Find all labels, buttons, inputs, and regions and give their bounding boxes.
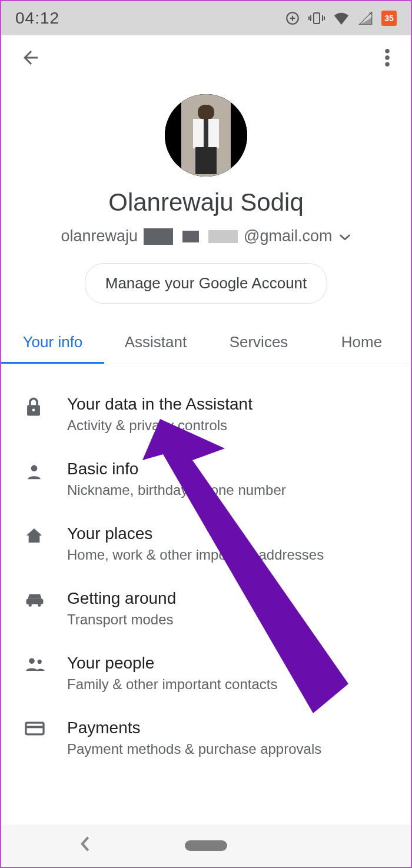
manage-account-button[interactable]: Manage your Google Account: [85, 263, 328, 304]
svg-rect-3: [314, 13, 320, 24]
item-title: Getting around: [67, 589, 176, 608]
credit-card-icon: [25, 721, 54, 736]
system-nav-bar: [1, 824, 411, 867]
redaction-block: [144, 228, 173, 245]
vibrate-icon: [308, 11, 325, 26]
overflow-menu-button[interactable]: [376, 47, 399, 71]
item-title: Your places: [67, 524, 324, 543]
avatar[interactable]: [165, 94, 247, 177]
svg-point-22: [29, 604, 32, 607]
item-subtitle: Nickname, birthday, phone number: [67, 482, 286, 498]
signal-icon: ×: [358, 12, 373, 25]
car-icon: [25, 591, 54, 608]
nav-home-pill[interactable]: [185, 840, 227, 851]
person-icon: [25, 462, 54, 481]
more-vert-icon: [385, 49, 390, 69]
list-item-payments[interactable]: Payments Payment methods & purchase appr…: [1, 706, 411, 770]
svg-point-20: [31, 465, 38, 471]
profile-section: Olanrewaju Sodiq olanrewaju@gmail.com Ma…: [1, 82, 411, 304]
item-title: Your people: [67, 654, 277, 673]
item-subtitle: Payment methods & purchase approvals: [67, 741, 321, 757]
tab-home[interactable]: Home: [310, 325, 412, 364]
svg-point-24: [29, 658, 35, 664]
svg-point-10: [385, 55, 390, 60]
item-title: Payments: [67, 719, 321, 737]
svg-text:×: ×: [368, 12, 372, 17]
svg-rect-16: [204, 119, 208, 148]
email-suffix: @gmail.com: [244, 227, 332, 245]
item-title: Basic info: [67, 460, 286, 478]
item-subtitle: Transport modes: [67, 611, 176, 628]
device-frame: 04:12 × 35: [0, 0, 412, 868]
calendar-badge-icon: 35: [381, 11, 397, 26]
item-subtitle: Home, work & other important addresses: [67, 547, 324, 563]
list-item-your-places[interactable]: Your places Home, work & other important…: [1, 511, 411, 576]
lock-icon: [25, 397, 54, 417]
tab-services[interactable]: Services: [207, 325, 310, 364]
item-title: Your data in the Assistant: [67, 395, 252, 414]
item-subtitle: Activity & privacy controls: [67, 417, 252, 434]
status-bar: 04:12 × 35: [1, 1, 411, 35]
profile-name: Olanrewaju Sodiq: [108, 188, 304, 217]
svg-point-25: [38, 660, 42, 664]
chevron-down-icon: [338, 227, 351, 245]
home-icon: [25, 527, 54, 544]
tab-assistant[interactable]: Assistant: [104, 325, 207, 364]
list-item-getting-around[interactable]: Getting around Transport modes: [1, 576, 411, 641]
svg-point-9: [385, 49, 390, 54]
tab-your-info[interactable]: Your info: [1, 325, 104, 364]
svg-point-23: [38, 604, 41, 607]
settings-list: Your data in the Assistant Activity & pr…: [1, 364, 411, 770]
svg-rect-26: [26, 723, 44, 734]
tabs: Your info Assistant Services Home: [1, 325, 411, 364]
status-time: 04:12: [15, 9, 59, 28]
app-header: [1, 35, 411, 82]
svg-rect-4: [310, 15, 311, 21]
svg-point-11: [385, 62, 390, 67]
svg-rect-7: [324, 16, 325, 20]
redaction-block: [208, 230, 238, 243]
list-item-your-data[interactable]: Your data in the Assistant Activity & pr…: [1, 382, 411, 447]
svg-rect-5: [308, 16, 310, 20]
status-icons: × 35: [285, 11, 397, 26]
clock-plus-icon: [285, 11, 300, 26]
redaction-block: [182, 231, 199, 242]
people-icon: [25, 656, 54, 671]
profile-email-row[interactable]: olanrewaju@gmail.com: [61, 227, 351, 245]
svg-point-19: [32, 408, 35, 411]
svg-rect-6: [322, 15, 323, 21]
arrow-back-icon: [20, 47, 41, 71]
back-button[interactable]: [19, 47, 42, 71]
svg-rect-17: [195, 147, 217, 174]
item-subtitle: Family & other important contacts: [67, 676, 277, 693]
nav-back-button[interactable]: [79, 836, 91, 856]
list-item-your-people[interactable]: Your people Family & other important con…: [1, 641, 411, 706]
email-prefix: olanrewaju: [61, 227, 138, 245]
list-item-basic-info[interactable]: Basic info Nickname, birthday, phone num…: [1, 447, 411, 511]
svg-rect-21: [26, 599, 44, 604]
svg-rect-14: [198, 105, 214, 120]
wifi-icon: [333, 12, 350, 25]
